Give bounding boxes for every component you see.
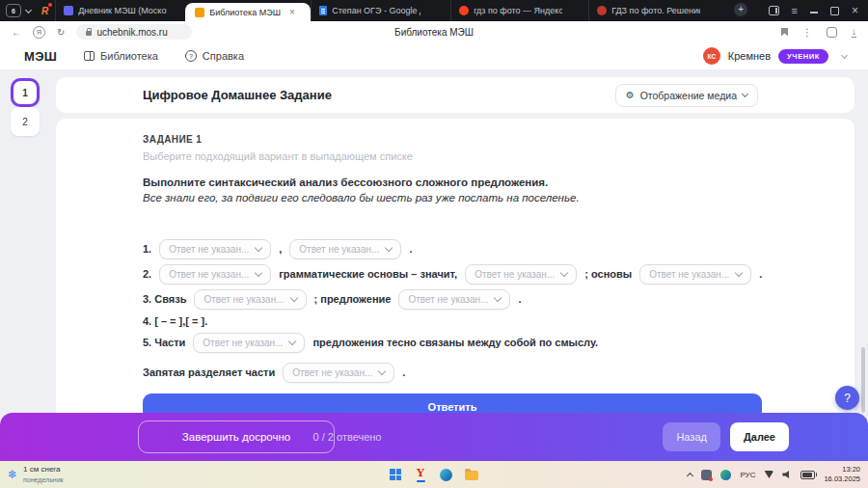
extensions-icon[interactable] [827, 27, 837, 38]
tray-record-icon[interactable] [701, 470, 712, 480]
row-text: . [402, 366, 405, 378]
side-panel-icon[interactable] [769, 6, 779, 15]
user-menu[interactable]: КС Кремнев УЧЕНИК [703, 47, 868, 65]
main-area: 1 2 Цифровое Домашнее Задание ⚙ Отображе… [0, 69, 868, 413]
tab-title: Библиотека МЭШ [209, 8, 281, 17]
answer-button[interactable]: Ответить [143, 393, 762, 413]
tab-title: Дневник МЭШ (Москово [78, 6, 167, 15]
task-hint: Выберите подходящий вариант в выпадающем… [143, 150, 854, 162]
back-button[interactable]: Назад [663, 422, 720, 451]
chevron-down-icon [385, 244, 393, 252]
weather-day: понедельник [23, 475, 64, 484]
windows-taskbar: ❄ 1 см снега понедельник Y РУС 13:20 16.… [0, 461, 868, 488]
weather-widget[interactable]: ❄ 1 см снега понедельник [8, 465, 64, 483]
row-text: ; основы [584, 268, 632, 280]
answer-dropdown[interactable]: Ответ не указан... [159, 264, 271, 285]
close-tab-icon[interactable]: × [289, 8, 295, 17]
battery-icon[interactable] [800, 471, 815, 479]
screen: 6 R Дневник МЭШ (Москово Библиотека МЭШ … [0, 0, 868, 488]
tray-shield-icon[interactable] [720, 470, 731, 480]
nav-library[interactable]: Библиотека [84, 50, 158, 62]
answer-dropdown[interactable]: Ответ не указан... [398, 289, 510, 310]
address-bar: ← Я ↻ uchebnik.mos.ru Библиотека МЭШ ⋮ ↓ [0, 21, 868, 43]
finish-early-button[interactable]: Завершить досрочно [138, 420, 335, 453]
kebab-menu-icon[interactable]: ⋮ [802, 27, 812, 38]
tab-counter[interactable]: 6 [6, 4, 21, 17]
tab-title: гдз по фото — Яндекс:на [474, 6, 562, 15]
page-thumb-1[interactable]: 1 [11, 78, 40, 107]
chevron-down-icon[interactable] [25, 6, 32, 13]
avatar: КС [703, 47, 720, 65]
yandex-browser-icon[interactable]: Y [414, 468, 427, 482]
task-card: ЗАДАНИЕ 1 Выберите подходящий вариант в … [56, 119, 854, 413]
chevron-down-icon [560, 269, 568, 277]
pinned-tab-letter: R [41, 6, 48, 16]
taskbar-center-icons: Y [390, 468, 478, 482]
file-explorer-icon[interactable] [465, 471, 478, 480]
tab-gdz[interactable]: ГДЗ по фото. Решение п [588, 0, 726, 21]
menu-icon[interactable]: ≡ [792, 6, 798, 16]
browser-tab-bar: 6 R Дневник МЭШ (Москово Библиотека МЭШ … [0, 0, 868, 21]
page-title: Цифровое Домашнее Задание [143, 88, 332, 102]
windows-start-icon[interactable] [390, 469, 401, 480]
next-button[interactable]: Далее [730, 422, 789, 451]
clock[interactable]: 13:20 16.03.2025 [824, 465, 860, 484]
url-field[interactable]: uchebnik.mos.ru [76, 24, 192, 40]
dropdown-placeholder: Ответ не указан... [292, 367, 372, 378]
pinned-tab[interactable]: R [35, 0, 55, 21]
question-circle-icon: ? [185, 50, 197, 62]
gear-icon: ⚙ [626, 91, 635, 100]
tab-title: Степан ОГЭ - Google До [332, 6, 420, 15]
wifi-icon[interactable] [764, 471, 773, 478]
app-header: МЭШ Библиотека ? Справка КС Кремнев УЧЕН… [0, 42, 868, 69]
task-sentence: Все знали его, за подвиги его следовало … [143, 192, 854, 203]
download-icon[interactable]: ↓ [852, 27, 856, 38]
edge-browser-icon[interactable] [440, 469, 452, 481]
row-text: . [759, 268, 762, 280]
address-bar-actions: ⋮ ↓ [781, 27, 868, 38]
task-row-3: 3. Связь Ответ не указан... ; предложени… [143, 288, 854, 310]
answer-dropdown[interactable]: Ответ не указан... [159, 239, 271, 259]
tray-chevron-up-icon[interactable] [687, 472, 693, 478]
row-text: Запятая разделяет части [143, 366, 275, 378]
task-row-5: 5. Части Ответ не указан... предложения … [143, 332, 854, 353]
maximize-icon[interactable] [830, 7, 839, 15]
minimize-icon[interactable] [810, 12, 818, 13]
answer-dropdown[interactable]: Ответ не указан... [194, 289, 306, 310]
close-window-icon[interactable]: × [852, 5, 858, 16]
window-page-title: Библиотека МЭШ [394, 27, 474, 38]
chevron-down-icon [378, 367, 386, 375]
tab-bar-left: 6 [0, 0, 35, 21]
tab-library-active[interactable]: Библиотека МЭШ × [185, 3, 311, 21]
bookmark-icon[interactable] [781, 28, 788, 37]
tab-yandex-search[interactable]: гдз по фото — Яндекс:на [450, 0, 588, 21]
page-thumb-2[interactable]: 2 [11, 107, 40, 136]
tab-google-docs[interactable]: Степан ОГЭ - Google До [311, 0, 450, 21]
new-tab-button[interactable]: + [734, 3, 747, 16]
page-navigation: 1 2 [11, 78, 40, 136]
task-row-1: 1. Ответ не указан... , Ответ не указан.… [143, 238, 854, 259]
help-button[interactable]: ? [835, 386, 859, 410]
refresh-icon[interactable]: ↻ [57, 27, 65, 38]
mesh-logo[interactable]: МЭШ [24, 49, 57, 64]
tab-diary[interactable]: Дневник МЭШ (Москово [55, 0, 185, 21]
media-display-button[interactable]: ⚙ Отображение медиа [615, 84, 758, 107]
scrollbar-thumb[interactable] [861, 347, 865, 413]
answer-dropdown[interactable]: Ответ не указан... [289, 239, 401, 259]
answer-dropdown[interactable]: Ответ не указан... [639, 264, 751, 285]
chevron-down-icon [288, 338, 296, 345]
speaker-icon[interactable] [782, 471, 792, 479]
answer-rows: 1. Ответ не указан... , Ответ не указан.… [143, 238, 854, 383]
scrollbar[interactable] [860, 69, 865, 413]
title-card: Цифровое Домашнее Задание ⚙ Отображение … [56, 77, 854, 113]
yandex-circle-icon[interactable]: Я [33, 26, 45, 39]
nav-help[interactable]: ? Справка [185, 50, 244, 62]
answer-dropdown[interactable]: Ответ не указан... [465, 264, 577, 285]
answer-dropdown[interactable]: Ответ не указан... [193, 333, 305, 353]
answer-dropdown[interactable]: Ответ не указан... [283, 363, 394, 383]
language-indicator[interactable]: РУС [740, 471, 755, 479]
chevron-down-icon [841, 51, 848, 58]
back-icon[interactable]: ← [12, 27, 21, 38]
dropdown-placeholder: Ответ не указан... [203, 338, 283, 348]
task-row-comma: Запятая разделяет части Ответ не указан.… [143, 362, 854, 383]
